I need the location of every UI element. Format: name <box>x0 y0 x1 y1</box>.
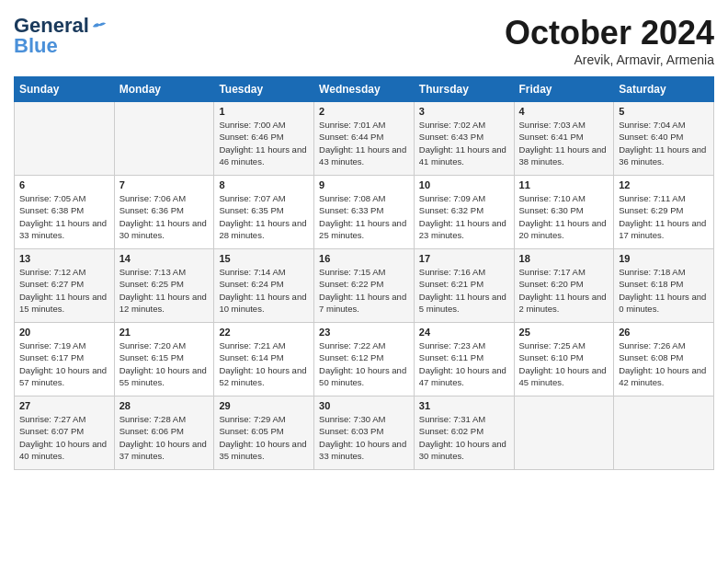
day-number: 9 <box>319 179 409 190</box>
day-info: Sunrise: 7:20 AM Sunset: 6:15 PM Dayligh… <box>119 339 210 388</box>
logo-blue: Blue <box>14 34 58 58</box>
day-number: 2 <box>319 106 409 117</box>
calendar-week-1: 1Sunrise: 7:00 AM Sunset: 6:46 PM Daylig… <box>15 102 714 176</box>
calendar-week-3: 13Sunrise: 7:12 AM Sunset: 6:27 PM Dayli… <box>15 249 714 323</box>
day-number: 3 <box>419 106 509 117</box>
day-number: 27 <box>19 400 109 411</box>
logo-bird-icon <box>91 19 108 32</box>
calendar-cell: 9Sunrise: 7:08 AM Sunset: 6:33 PM Daylig… <box>314 176 415 249</box>
day-info: Sunrise: 7:05 AM Sunset: 6:38 PM Dayligh… <box>19 192 109 241</box>
day-number: 5 <box>619 106 709 117</box>
calendar-cell: 24Sunrise: 7:23 AM Sunset: 6:11 PM Dayli… <box>414 323 514 396</box>
day-info: Sunrise: 7:03 AM Sunset: 6:41 PM Dayligh… <box>519 119 609 167</box>
day-number: 15 <box>219 253 309 264</box>
calendar-cell: 19Sunrise: 7:18 AM Sunset: 6:18 PM Dayli… <box>614 249 714 323</box>
day-info: Sunrise: 7:15 AM Sunset: 6:22 PM Dayligh… <box>319 266 409 315</box>
calendar-week-2: 6Sunrise: 7:05 AM Sunset: 6:38 PM Daylig… <box>15 176 714 249</box>
calendar-cell: 11Sunrise: 7:10 AM Sunset: 6:30 PM Dayli… <box>514 176 614 249</box>
month-title: October 2024 <box>505 14 714 52</box>
day-info: Sunrise: 7:27 AM Sunset: 6:07 PM Dayligh… <box>19 413 109 462</box>
day-info: Sunrise: 7:21 AM Sunset: 6:14 PM Dayligh… <box>219 339 309 388</box>
day-number: 8 <box>219 179 309 190</box>
day-number: 24 <box>419 327 509 338</box>
day-number: 26 <box>619 327 709 338</box>
location: Arevik, Armavir, Armenia <box>505 52 714 67</box>
calendar-cell <box>114 102 214 176</box>
day-info: Sunrise: 7:10 AM Sunset: 6:30 PM Dayligh… <box>519 192 609 241</box>
calendar-cell: 15Sunrise: 7:14 AM Sunset: 6:24 PM Dayli… <box>214 249 314 323</box>
day-number: 17 <box>419 253 509 264</box>
header-saturday: Saturday <box>614 77 714 102</box>
calendar-cell: 17Sunrise: 7:16 AM Sunset: 6:21 PM Dayli… <box>414 249 514 323</box>
day-info: Sunrise: 7:16 AM Sunset: 6:21 PM Dayligh… <box>419 266 509 315</box>
day-number: 7 <box>119 179 210 190</box>
calendar-cell: 4Sunrise: 7:03 AM Sunset: 6:41 PM Daylig… <box>514 102 614 176</box>
calendar-table: SundayMondayTuesdayWednesdayThursdayFrid… <box>14 76 714 470</box>
day-info: Sunrise: 7:14 AM Sunset: 6:24 PM Dayligh… <box>219 266 309 315</box>
day-number: 30 <box>319 400 409 411</box>
calendar-cell: 10Sunrise: 7:09 AM Sunset: 6:32 PM Dayli… <box>414 176 514 249</box>
calendar-cell: 29Sunrise: 7:29 AM Sunset: 6:05 PM Dayli… <box>214 396 314 470</box>
calendar-cell: 14Sunrise: 7:13 AM Sunset: 6:25 PM Dayli… <box>114 249 214 323</box>
calendar-cell: 7Sunrise: 7:06 AM Sunset: 6:36 PM Daylig… <box>114 176 214 249</box>
day-info: Sunrise: 7:26 AM Sunset: 6:08 PM Dayligh… <box>619 339 709 388</box>
day-number: 29 <box>219 400 309 411</box>
day-number: 19 <box>619 253 709 264</box>
calendar-cell: 22Sunrise: 7:21 AM Sunset: 6:14 PM Dayli… <box>214 323 314 396</box>
day-info: Sunrise: 7:06 AM Sunset: 6:36 PM Dayligh… <box>119 192 210 241</box>
day-number: 25 <box>519 327 609 338</box>
header-monday: Monday <box>114 77 214 102</box>
day-number: 16 <box>319 253 409 264</box>
day-number: 21 <box>119 327 210 338</box>
day-number: 13 <box>19 253 109 264</box>
day-number: 1 <box>219 106 309 117</box>
day-info: Sunrise: 7:00 AM Sunset: 6:46 PM Dayligh… <box>219 119 309 167</box>
day-info: Sunrise: 7:22 AM Sunset: 6:12 PM Dayligh… <box>319 339 409 388</box>
day-info: Sunrise: 7:07 AM Sunset: 6:35 PM Dayligh… <box>219 192 309 241</box>
calendar-cell <box>15 102 115 176</box>
day-number: 11 <box>519 179 609 190</box>
calendar-cell: 21Sunrise: 7:20 AM Sunset: 6:15 PM Dayli… <box>114 323 214 396</box>
day-info: Sunrise: 7:08 AM Sunset: 6:33 PM Dayligh… <box>319 192 409 241</box>
calendar-cell: 5Sunrise: 7:04 AM Sunset: 6:40 PM Daylig… <box>614 102 714 176</box>
page-header: General Blue October 2024 Arevik, Armavi… <box>14 14 714 67</box>
day-number: 28 <box>119 400 210 411</box>
day-number: 23 <box>319 327 409 338</box>
calendar-cell: 12Sunrise: 7:11 AM Sunset: 6:29 PM Dayli… <box>614 176 714 249</box>
header-friday: Friday <box>514 77 614 102</box>
day-info: Sunrise: 7:13 AM Sunset: 6:25 PM Dayligh… <box>119 266 210 315</box>
calendar-cell: 8Sunrise: 7:07 AM Sunset: 6:35 PM Daylig… <box>214 176 314 249</box>
calendar-cell: 28Sunrise: 7:28 AM Sunset: 6:06 PM Dayli… <box>114 396 214 470</box>
day-number: 18 <box>519 253 609 264</box>
calendar-week-5: 27Sunrise: 7:27 AM Sunset: 6:07 PM Dayli… <box>15 396 714 470</box>
calendar-cell: 18Sunrise: 7:17 AM Sunset: 6:20 PM Dayli… <box>514 249 614 323</box>
day-info: Sunrise: 7:31 AM Sunset: 6:02 PM Dayligh… <box>419 413 509 462</box>
calendar-cell: 26Sunrise: 7:26 AM Sunset: 6:08 PM Dayli… <box>614 323 714 396</box>
calendar-week-4: 20Sunrise: 7:19 AM Sunset: 6:17 PM Dayli… <box>15 323 714 396</box>
day-info: Sunrise: 7:02 AM Sunset: 6:43 PM Dayligh… <box>419 119 509 167</box>
calendar-cell: 2Sunrise: 7:01 AM Sunset: 6:44 PM Daylig… <box>314 102 415 176</box>
day-number: 31 <box>419 400 509 411</box>
calendar-cell: 20Sunrise: 7:19 AM Sunset: 6:17 PM Dayli… <box>15 323 115 396</box>
day-info: Sunrise: 7:25 AM Sunset: 6:10 PM Dayligh… <box>519 339 609 388</box>
logo: General Blue <box>14 14 108 58</box>
day-info: Sunrise: 7:28 AM Sunset: 6:06 PM Dayligh… <box>119 413 210 462</box>
day-info: Sunrise: 7:11 AM Sunset: 6:29 PM Dayligh… <box>619 192 709 241</box>
calendar-cell <box>514 396 614 470</box>
calendar-cell: 23Sunrise: 7:22 AM Sunset: 6:12 PM Dayli… <box>314 323 415 396</box>
day-info: Sunrise: 7:09 AM Sunset: 6:32 PM Dayligh… <box>419 192 509 241</box>
calendar-cell: 30Sunrise: 7:30 AM Sunset: 6:03 PM Dayli… <box>314 396 415 470</box>
calendar-cell: 3Sunrise: 7:02 AM Sunset: 6:43 PM Daylig… <box>414 102 514 176</box>
day-info: Sunrise: 7:30 AM Sunset: 6:03 PM Dayligh… <box>319 413 409 462</box>
calendar-cell: 6Sunrise: 7:05 AM Sunset: 6:38 PM Daylig… <box>15 176 115 249</box>
header-wednesday: Wednesday <box>314 77 415 102</box>
calendar-cell <box>614 396 714 470</box>
calendar-header-row: SundayMondayTuesdayWednesdayThursdayFrid… <box>15 77 714 102</box>
day-number: 10 <box>419 179 509 190</box>
title-area: October 2024 Arevik, Armavir, Armenia <box>505 14 714 67</box>
day-info: Sunrise: 7:12 AM Sunset: 6:27 PM Dayligh… <box>19 266 109 315</box>
day-number: 14 <box>119 253 210 264</box>
header-thursday: Thursday <box>414 77 514 102</box>
day-number: 12 <box>619 179 709 190</box>
calendar-cell: 16Sunrise: 7:15 AM Sunset: 6:22 PM Dayli… <box>314 249 415 323</box>
